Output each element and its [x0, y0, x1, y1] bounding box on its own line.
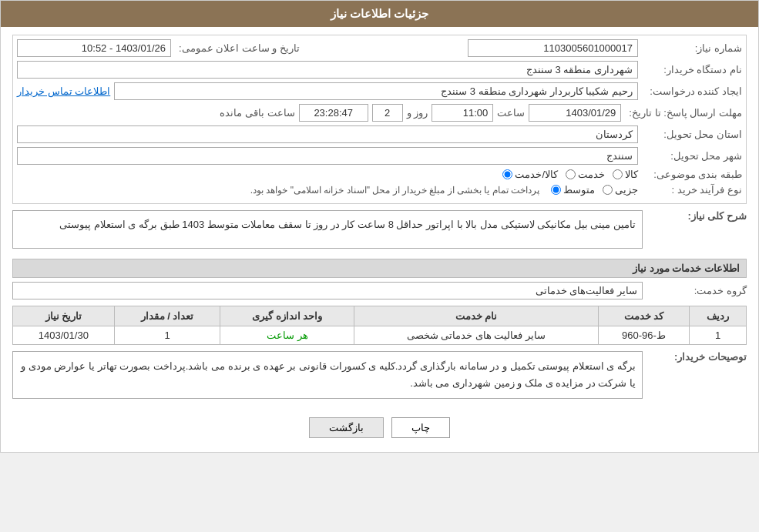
kala-khedmat-label: کالا/خدمت	[515, 169, 558, 180]
buyer-org-label: نام دستگاه خریدار:	[642, 64, 742, 75]
delivery-province-label: استان محل تحویل:	[642, 129, 742, 140]
deadline-time-value: 11:00	[432, 104, 493, 122]
cell-date: 1403/01/30	[13, 326, 115, 345]
announce-date-label: تاریخ و ساعت اعلان عمومی:	[175, 42, 300, 54]
page-header: جزئیات اطلاعات نیاز	[1, 1, 758, 27]
process-type-label: نوع فرآیند خرید :	[642, 184, 742, 196]
radio-motevaset: متوسط	[551, 184, 595, 196]
radio-kala-khedmat: کالا/خدمت	[502, 169, 558, 180]
delivery-city-label: شهر محل تحویل:	[642, 150, 742, 162]
motevaset-label: متوسط	[563, 184, 595, 196]
category-radio-group: کالا/خدمت خدمت کالا	[502, 169, 638, 180]
service-group-value: سایر فعالیت‌های خدماتی	[12, 282, 643, 299]
requester-value: رحیم شکیبا کاربردار شهرداری منطقه 3 سنند…	[114, 82, 638, 100]
row-buyer-org: نام دستگاه خریدار: شهرداری منطقه 3 سنندج	[17, 61, 742, 79]
page-title: جزئیات اطلاعات نیاز	[331, 7, 428, 20]
radio-khedmat-input[interactable]	[566, 169, 576, 179]
services-section-title: اطلاعات خدمات مورد نیاز	[12, 259, 747, 278]
services-table-section: ردیف کد خدمت نام خدمت واحد اندازه گیری ت…	[12, 306, 747, 345]
buyer-org-value: شهرداری منطقه 3 سنندج	[17, 61, 638, 79]
cell-quantity: 1	[114, 326, 220, 345]
print-button[interactable]: چاپ	[391, 417, 450, 438]
khedmat-label: خدمت	[578, 169, 605, 180]
back-button[interactable]: بازگشت	[309, 417, 384, 438]
jazei-label: جزیی	[615, 184, 638, 196]
cell-name: سایر فعالیت های خدماتی شخصی	[354, 326, 599, 345]
deadline-label: مهلت ارسال پاسخ: تا تاریخ:	[625, 107, 742, 119]
cell-row: 1	[690, 326, 747, 345]
col-date: تاریخ نیاز	[13, 306, 115, 326]
radio-khedmat: خدمت	[566, 169, 605, 180]
col-quantity: تعداد / مقدار	[114, 306, 220, 326]
col-name: نام خدمت	[354, 306, 599, 326]
row-service-group: گروه خدمت: سایر فعالیت‌های خدماتی	[12, 282, 747, 299]
row-deadline: مهلت ارسال پاسخ: تا تاریخ: 1403/01/29 سا…	[17, 104, 742, 122]
day-label: روز و	[407, 107, 428, 119]
deadline-days-value: 2	[372, 104, 403, 122]
action-buttons-row: چاپ بازگشت	[12, 411, 747, 444]
basic-info-section: شماره نیاز: 1103005601000017 تاریخ و ساع…	[12, 35, 747, 204]
deadline-date-value: 1403/01/29	[529, 104, 621, 122]
col-row: ردیف	[690, 306, 747, 326]
delivery-province-value: کردستان	[17, 125, 638, 143]
description-content: تامین مینی بیل مکانیکی لاستیکی مدل بالا …	[59, 219, 636, 230]
cell-unit: هر ساعت	[220, 326, 354, 345]
row-delivery-city: شهر محل تحویل: سنندج	[17, 147, 742, 165]
remaining-label: ساعت باقی مانده	[220, 107, 294, 119]
row-need-number: شماره نیاز: 1103005601000017 تاریخ و ساع…	[17, 39, 742, 57]
description-section: شرح کلی نیاز: تامین مینی بیل مکانیکی لاس…	[12, 210, 747, 255]
process-type-radio-group: متوسط جزیی	[551, 184, 638, 196]
row-requester: ایجاد کننده درخواست: رحیم شکیبا کاربردار…	[17, 82, 742, 100]
buyer-contact-link[interactable]: اطلاعات تماس خریدار	[17, 85, 110, 97]
kala-label: کالا	[625, 169, 638, 180]
buyer-notes-text: برگه ی استعلام پیوستی تکمیل و در سامانه …	[21, 360, 636, 389]
radio-kala-khedmat-input[interactable]	[502, 169, 512, 179]
col-code: کد خدمت	[598, 306, 689, 326]
requester-label: ایجاد کننده درخواست:	[642, 85, 742, 97]
buyer-notes-label: توصیحات خریدار:	[646, 351, 747, 363]
delivery-city-value: سنندج	[17, 147, 638, 165]
need-number-value: 1103005601000017	[468, 39, 638, 57]
cell-code: ط-96-960	[598, 326, 689, 345]
buyer-notes-content: برگه ی استعلام پیوستی تکمیل و در سامانه …	[12, 351, 643, 399]
radio-jazei: جزیی	[603, 184, 638, 196]
radio-jazei-input[interactable]	[603, 185, 613, 195]
category-label: طبقه بندی موضوعی:	[642, 169, 742, 180]
col-unit: واحد اندازه گیری	[220, 306, 354, 326]
process-note: پرداخت تمام یا بخشی از مبلغ خریدار از مح…	[250, 185, 539, 196]
row-category: طبقه بندی موضوعی: کالا/خدمت خدمت کالا	[17, 169, 742, 180]
row-process-type: نوع فرآیند خرید : متوسط جزیی پرداخت تمام…	[17, 184, 742, 196]
table-row: 1 ط-96-960 سایر فعالیت های خدماتی شخصی ه…	[13, 326, 747, 345]
buyer-notes-section: توصیحات خریدار: برگه ی استعلام پیوستی تک…	[12, 351, 747, 405]
radio-kala-input[interactable]	[613, 169, 623, 179]
description-text: تامین مینی بیل مکانیکی لاستیکی مدل بالا …	[12, 210, 643, 249]
time-label: ساعت	[497, 107, 525, 119]
service-group-label: گروه خدمت:	[646, 285, 747, 296]
row-delivery-province: استان محل تحویل: کردستان	[17, 125, 742, 143]
radio-motevaset-input[interactable]	[551, 185, 561, 195]
deadline-remaining-value: 23:28:47	[299, 104, 368, 122]
table-header-row: ردیف کد خدمت نام خدمت واحد اندازه گیری ت…	[13, 306, 747, 326]
need-number-label: شماره نیاز:	[642, 42, 742, 54]
description-label: شرح کلی نیاز:	[646, 210, 747, 222]
radio-kala: کالا	[613, 169, 638, 180]
announce-date-value: 1403/01/26 - 10:52	[17, 39, 171, 57]
services-table: ردیف کد خدمت نام خدمت واحد اندازه گیری ت…	[12, 306, 747, 345]
